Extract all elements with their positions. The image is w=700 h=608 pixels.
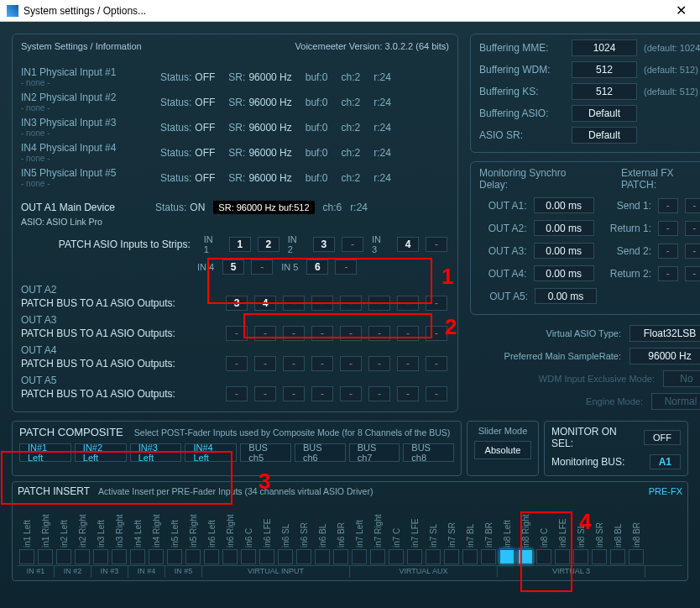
bus-slot[interactable]: - — [340, 386, 362, 401]
composite-btn[interactable]: IN#4 Left — [185, 443, 237, 462]
insert-toggle[interactable] — [462, 549, 478, 564]
insert-toggle[interactable] — [426, 549, 441, 564]
patch-slot[interactable]: - — [426, 237, 447, 252]
insert-toggle[interactable] — [315, 549, 330, 564]
fx-slot[interactable]: - — [658, 266, 677, 281]
insert-toggle[interactable] — [629, 549, 644, 564]
insert-toggle[interactable] — [130, 549, 145, 564]
bus-slot[interactable]: - — [311, 296, 333, 311]
buffer-value[interactable]: 1024 — [572, 39, 637, 56]
patch-slot[interactable]: - — [251, 259, 273, 275]
insert-toggle[interactable] — [185, 549, 201, 564]
insert-toggle[interactable] — [259, 549, 274, 564]
fx-slot[interactable]: - — [658, 198, 677, 213]
insert-toggle[interactable] — [444, 549, 459, 564]
bus-slot[interactable]: - — [426, 356, 447, 371]
bus-slot[interactable]: - — [226, 356, 248, 371]
composite-btn[interactable]: IN#3 Left — [130, 443, 182, 462]
patch-slot[interactable]: 3 — [313, 237, 335, 252]
bus-slot[interactable]: - — [283, 326, 305, 341]
fx-slot[interactable]: - — [685, 266, 700, 281]
insert-toggle[interactable] — [149, 549, 164, 564]
bus-slot[interactable]: - — [311, 356, 333, 371]
patch-slot[interactable]: 2 — [258, 237, 279, 252]
delay-value[interactable]: 0.00 ms — [535, 288, 597, 304]
wdm-exclusive[interactable]: No — [663, 370, 700, 387]
insert-toggle[interactable] — [481, 549, 496, 564]
insert-toggle[interactable] — [167, 549, 182, 564]
insert-toggle[interactable] — [592, 549, 607, 564]
insert-toggle[interactable] — [536, 549, 551, 564]
preferred-sr[interactable]: 96000 Hz — [629, 348, 700, 364]
bus-slot[interactable]: - — [397, 386, 419, 401]
delay-value[interactable]: 0.00 ms — [534, 243, 594, 259]
composite-btn[interactable]: IN#1 Left — [19, 443, 71, 462]
insert-toggle[interactable] — [610, 549, 625, 564]
buffer-value[interactable]: Default — [572, 105, 637, 122]
bus-slot[interactable]: - — [426, 296, 447, 311]
composite-btn[interactable]: BUS ch8 — [403, 443, 454, 462]
close-button[interactable]: ✕ — [669, 3, 693, 18]
bus-slot[interactable]: - — [340, 356, 362, 371]
bus-slot[interactable]: - — [254, 326, 276, 341]
bus-slot[interactable]: - — [226, 326, 248, 341]
buffer-value[interactable]: 512 — [572, 61, 637, 78]
slider-mode[interactable]: Absolute — [474, 441, 531, 459]
bus-slot[interactable]: 4 — [254, 296, 276, 311]
insert-toggle[interactable] — [241, 549, 256, 564]
insert-toggle[interactable] — [19, 549, 34, 564]
bus-slot[interactable]: - — [226, 386, 248, 401]
monitoring-bus[interactable]: A1 — [650, 454, 681, 469]
bus-slot[interactable]: - — [397, 356, 419, 371]
composite-btn[interactable]: BUS ch5 — [240, 443, 291, 462]
bus-slot[interactable]: - — [368, 386, 390, 401]
bus-slot[interactable]: - — [397, 296, 419, 311]
buffer-value[interactable]: 512 — [572, 83, 637, 100]
bus-slot[interactable]: - — [311, 326, 333, 341]
bus-slot[interactable]: - — [311, 386, 333, 401]
fx-slot[interactable]: - — [658, 221, 677, 236]
virtual-asio-type[interactable]: Float32LSB — [629, 325, 700, 342]
insert-toggle[interactable] — [555, 549, 570, 564]
bus-slot[interactable]: - — [426, 386, 447, 401]
insert-toggle[interactable] — [518, 549, 533, 564]
patch-slot[interactable]: - — [342, 237, 363, 252]
insert-toggle[interactable] — [75, 549, 90, 564]
insert-toggle[interactable] — [38, 549, 53, 564]
bus-slot[interactable]: - — [283, 296, 305, 311]
engine-mode[interactable]: Normal — [651, 393, 700, 410]
bus-slot[interactable]: - — [368, 356, 390, 371]
bus-slot[interactable]: 3 — [226, 296, 248, 311]
bus-slot[interactable]: - — [283, 386, 305, 401]
monitor-on-sel-toggle[interactable]: OFF — [644, 430, 681, 445]
bus-slot[interactable]: - — [283, 356, 305, 371]
patch-slot[interactable]: 5 — [222, 259, 244, 275]
bus-slot[interactable]: - — [340, 326, 362, 341]
insert-toggle[interactable] — [278, 549, 293, 564]
composite-btn[interactable]: IN#2 Left — [75, 443, 127, 462]
bus-slot[interactable]: - — [340, 296, 362, 311]
insert-toggle[interactable] — [573, 549, 588, 564]
fx-slot[interactable]: - — [658, 244, 677, 259]
fx-slot[interactable]: - — [685, 198, 700, 213]
insert-toggle[interactable] — [333, 549, 348, 564]
insert-toggle[interactable] — [370, 549, 385, 564]
insert-toggle[interactable] — [56, 549, 71, 564]
composite-btn[interactable]: BUS ch6 — [295, 443, 346, 462]
patch-slot[interactable]: - — [335, 259, 357, 275]
insert-toggle[interactable] — [407, 549, 422, 564]
bus-slot[interactable]: - — [368, 326, 390, 341]
insert-toggle[interactable] — [389, 549, 404, 564]
composite-btn[interactable]: BUS ch7 — [349, 443, 400, 462]
patch-slot[interactable]: 6 — [306, 259, 328, 275]
insert-toggle[interactable] — [499, 549, 515, 564]
delay-value[interactable]: 0.00 ms — [534, 265, 594, 281]
patch-slot[interactable]: 1 — [229, 237, 251, 252]
insert-toggle[interactable] — [296, 549, 311, 564]
pre-fx-label[interactable]: PRE-FX — [649, 486, 682, 496]
insert-toggle[interactable] — [112, 549, 127, 564]
fx-slot[interactable]: - — [685, 221, 700, 236]
bus-slot[interactable]: - — [368, 296, 390, 311]
delay-value[interactable]: 0.00 ms — [534, 220, 594, 236]
bus-slot[interactable]: - — [254, 386, 276, 401]
